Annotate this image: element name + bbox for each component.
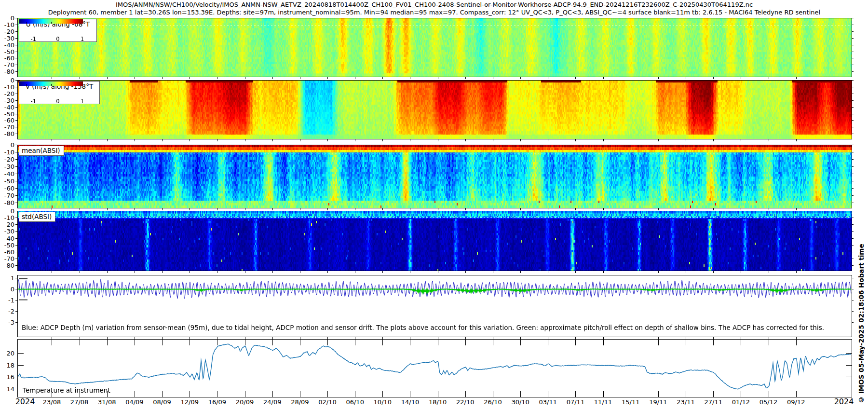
x-tick bbox=[741, 391, 741, 397]
x-date-label: 24/09 bbox=[263, 398, 281, 406]
depth-tick-label: -70 bbox=[0, 191, 14, 199]
depth-tick-label: -60 bbox=[0, 184, 14, 191]
x-tick bbox=[245, 271, 245, 273]
x-tick bbox=[796, 271, 797, 273]
v-colorbar bbox=[19, 82, 83, 86]
x-tick bbox=[686, 271, 686, 273]
x-date-label: 19/11 bbox=[649, 398, 667, 406]
y-tick bbox=[852, 181, 854, 181]
depth-tick-label: -20 bbox=[0, 155, 14, 163]
y-tick bbox=[852, 87, 854, 87]
x-tick bbox=[135, 77, 135, 79]
adcp-summary-figure: IMOS/ANMN/NSW/CH100/Velocity/IMOS_ANMN-N… bbox=[0, 0, 868, 410]
x-tick bbox=[465, 391, 466, 397]
y-tick bbox=[852, 211, 854, 211]
y-tick bbox=[852, 311, 854, 312]
y-tick bbox=[852, 188, 854, 189]
x-date-label: 05/12 bbox=[760, 398, 777, 406]
x-tick bbox=[548, 391, 548, 397]
x-tick bbox=[769, 208, 769, 210]
x-tick bbox=[190, 139, 190, 141]
depth-tick-label: -50 bbox=[0, 177, 14, 184]
x-tick bbox=[741, 208, 741, 210]
y-tick bbox=[15, 152, 17, 152]
x-tick bbox=[410, 208, 410, 210]
x-tick bbox=[438, 77, 438, 79]
depthvar-tick-label: 1 bbox=[0, 274, 14, 281]
x-date-label: 28/09 bbox=[291, 398, 309, 406]
x-tick bbox=[245, 340, 245, 345]
x-tick bbox=[327, 139, 328, 141]
x-tick bbox=[603, 208, 604, 210]
x-tick bbox=[135, 391, 135, 397]
x-tick bbox=[382, 337, 383, 339]
y-tick bbox=[852, 166, 854, 167]
x-date-label: 02/10 bbox=[318, 398, 336, 406]
x-tick bbox=[493, 271, 493, 273]
x-tick bbox=[52, 340, 52, 345]
y-tick bbox=[15, 322, 17, 323]
x-tick bbox=[520, 391, 521, 397]
x-tick bbox=[658, 139, 659, 141]
x-tick bbox=[520, 77, 521, 79]
x-tick bbox=[575, 139, 576, 141]
y-tick bbox=[852, 38, 854, 39]
depthvar-tick-label: -2 bbox=[0, 307, 14, 314]
y-tick bbox=[15, 259, 17, 259]
x-tick bbox=[190, 340, 190, 345]
x-tick bbox=[52, 271, 52, 273]
x-tick bbox=[190, 271, 190, 273]
x-tick bbox=[548, 340, 548, 345]
y-tick bbox=[15, 71, 17, 72]
x-tick bbox=[520, 208, 521, 210]
x-tick bbox=[603, 77, 604, 79]
x-date-label: 27/08 bbox=[70, 398, 88, 406]
y-tick bbox=[15, 120, 17, 121]
x-tick bbox=[162, 77, 163, 79]
x-tick bbox=[686, 391, 686, 397]
y-tick bbox=[852, 289, 854, 289]
x-tick bbox=[107, 271, 108, 273]
x-tick bbox=[796, 337, 797, 339]
x-tick bbox=[548, 271, 548, 273]
x-tick bbox=[548, 139, 548, 141]
x-tick bbox=[686, 77, 686, 79]
x-tick bbox=[520, 340, 521, 345]
y-tick bbox=[15, 188, 17, 189]
depth-tick-label: -60 bbox=[0, 248, 14, 255]
y-tick bbox=[15, 203, 17, 203]
x-date-label: 10/10 bbox=[374, 398, 392, 406]
y-tick bbox=[852, 58, 854, 58]
x-tick bbox=[493, 208, 493, 210]
x-date-label: 07/11 bbox=[567, 398, 584, 406]
x-date-label: 22/10 bbox=[456, 398, 474, 406]
v-velocity-heatmap bbox=[18, 81, 852, 139]
temperature-label: Temperature at instrument bbox=[23, 386, 110, 394]
x-tick bbox=[465, 139, 466, 141]
mean-absi-heatmap bbox=[18, 145, 852, 208]
temperature-tick-label: 18 bbox=[0, 361, 14, 369]
x-tick bbox=[520, 139, 521, 141]
x-tick bbox=[713, 77, 714, 79]
depth-tick-label: -60 bbox=[0, 117, 14, 124]
x-tick bbox=[327, 271, 328, 273]
y-tick bbox=[15, 218, 17, 218]
y-tick bbox=[15, 174, 17, 174]
y-tick bbox=[852, 245, 854, 246]
colorbar-tick-label: -1 bbox=[30, 36, 36, 42]
x-tick bbox=[686, 208, 686, 210]
x-tick bbox=[272, 139, 273, 141]
colorbar-tick-label: -1 bbox=[30, 98, 36, 105]
panel-u-velocity: U (m/s) along -68°T -101 bbox=[17, 18, 852, 77]
y-tick bbox=[852, 18, 854, 18]
y-tick bbox=[852, 120, 854, 121]
x-tick bbox=[135, 139, 135, 141]
x-tick bbox=[493, 337, 493, 339]
x-tick bbox=[465, 337, 466, 339]
y-tick bbox=[15, 134, 17, 134]
y-tick bbox=[15, 65, 17, 65]
y-tick bbox=[852, 218, 854, 218]
x-tick bbox=[80, 271, 80, 273]
y-tick bbox=[15, 252, 17, 252]
x-tick bbox=[327, 77, 328, 79]
